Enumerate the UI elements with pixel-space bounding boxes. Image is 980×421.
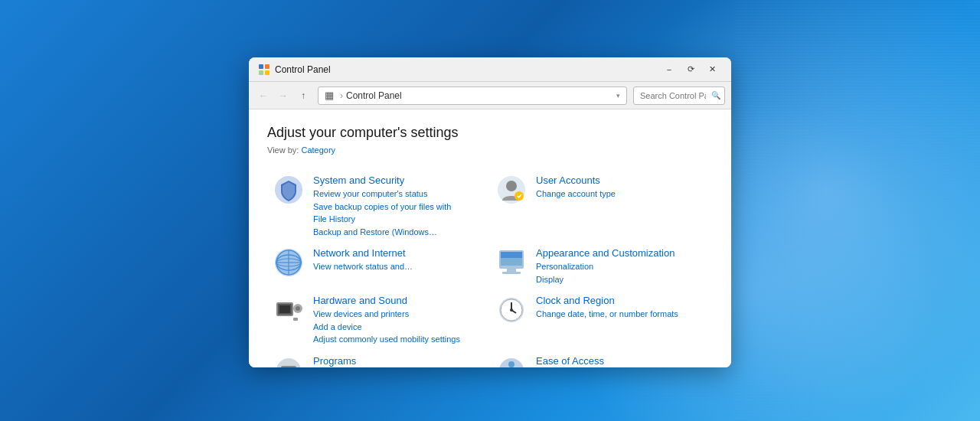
main-content: Adjust your computer's settings View by:… bbox=[249, 109, 731, 367]
category-network-internet[interactable]: Network and Internet View network status… bbox=[267, 243, 490, 290]
svg-point-30 bbox=[510, 308, 513, 312]
view-by-value[interactable]: Category bbox=[301, 145, 335, 155]
network-internet-link-1[interactable]: View network status and… bbox=[313, 260, 484, 273]
system-security-title[interactable]: System and Security bbox=[313, 175, 484, 186]
category-system-security[interactable]: System and Security Review your computer… bbox=[267, 170, 490, 243]
forward-button[interactable]: → bbox=[275, 87, 292, 104]
hardware-sound-link-1[interactable]: View devices and printers bbox=[313, 308, 484, 321]
svg-rect-33 bbox=[283, 367, 295, 368]
icon-user-accounts bbox=[496, 175, 527, 205]
address-location: Control Panel bbox=[346, 90, 402, 101]
user-accounts-text: User Accounts Change account type bbox=[536, 175, 707, 201]
window-title: Control Panel bbox=[275, 64, 659, 75]
category-ease-access[interactable]: Ease of Access Let Windows suggest setti… bbox=[490, 351, 713, 368]
window-controls: − ⟳ ✕ bbox=[659, 62, 722, 77]
address-sep: › bbox=[340, 90, 343, 101]
svg-rect-0 bbox=[259, 64, 263, 69]
icon-system-security bbox=[273, 175, 304, 205]
svg-rect-22 bbox=[279, 305, 290, 313]
appearance-title[interactable]: Appearance and Customization bbox=[536, 247, 707, 259]
control-panel-window: Control Panel − ⟳ ✕ ← → ↑ ▦ › Control Pa… bbox=[249, 57, 731, 367]
svg-point-24 bbox=[296, 306, 300, 311]
system-security-link-1[interactable]: Review your computer's status bbox=[313, 188, 484, 201]
system-security-text: System and Security Review your computer… bbox=[313, 175, 484, 238]
search-wrapper: 🔍 bbox=[633, 86, 725, 105]
page-heading: Adjust your computer's settings bbox=[267, 125, 713, 141]
icon-network-internet bbox=[273, 247, 304, 278]
network-internet-title[interactable]: Network and Internet bbox=[313, 247, 484, 259]
svg-rect-1 bbox=[265, 64, 270, 69]
icon-clock-region bbox=[496, 295, 527, 325]
svg-point-6 bbox=[506, 181, 517, 191]
appearance-link-2[interactable]: Display bbox=[536, 273, 707, 286]
scanlines-effect bbox=[735, 0, 980, 421]
search-input[interactable] bbox=[633, 86, 725, 105]
hardware-sound-link-3[interactable]: Adjust commonly used mobility settings bbox=[313, 333, 484, 346]
hardware-sound-text: Hardware and Sound View devices and prin… bbox=[313, 295, 484, 346]
icon-ease-access bbox=[496, 355, 527, 368]
address-dropdown[interactable]: ▾ bbox=[616, 92, 620, 100]
up-button[interactable]: ↑ bbox=[295, 87, 312, 104]
hardware-sound-title[interactable]: Hardware and Sound bbox=[313, 295, 484, 306]
svg-rect-3 bbox=[265, 70, 270, 75]
ease-access-title[interactable]: Ease of Access bbox=[536, 355, 707, 367]
address-bar[interactable]: ▦ › Control Panel ▾ bbox=[318, 86, 627, 105]
window-icon bbox=[258, 64, 270, 76]
programs-text: Programs Uninstall a program bbox=[313, 355, 484, 368]
ease-access-text: Ease of Access Let Windows suggest setti… bbox=[536, 355, 707, 368]
clock-region-link-1[interactable]: Change date, time, or number formats bbox=[536, 308, 707, 321]
system-security-link-3[interactable]: File History bbox=[313, 213, 484, 226]
svg-rect-19 bbox=[502, 272, 521, 274]
svg-rect-2 bbox=[259, 70, 263, 75]
close-button[interactable]: ✕ bbox=[702, 62, 722, 77]
view-by-label: View by: bbox=[267, 145, 299, 155]
appearance-text: Appearance and Customization Personaliza… bbox=[536, 247, 707, 286]
hardware-sound-link-2[interactable]: Add a device bbox=[313, 321, 484, 334]
icon-programs bbox=[273, 355, 304, 368]
title-bar: Control Panel − ⟳ ✕ bbox=[249, 57, 731, 82]
category-clock-region[interactable]: Clock and Region Change date, time, or n… bbox=[490, 290, 713, 351]
address-icon: ▦ bbox=[325, 90, 334, 101]
user-accounts-link-1[interactable]: Change account type bbox=[536, 188, 707, 201]
icon-hardware-sound bbox=[273, 295, 304, 325]
category-appearance[interactable]: Appearance and Customization Personaliza… bbox=[490, 243, 713, 290]
svg-point-37 bbox=[508, 361, 514, 367]
address-breadcrumb: ▦ › Control Panel bbox=[325, 90, 402, 101]
minimize-button[interactable]: − bbox=[659, 62, 679, 77]
appearance-link-1[interactable]: Personalization bbox=[536, 260, 707, 273]
icon-appearance bbox=[496, 247, 527, 278]
view-by: View by: Category bbox=[267, 145, 713, 155]
categories-grid: System and Security Review your computer… bbox=[267, 170, 713, 367]
system-security-link-4[interactable]: Backup and Restore (Windows… bbox=[313, 226, 484, 239]
programs-title[interactable]: Programs bbox=[313, 355, 484, 367]
category-user-accounts[interactable]: User Accounts Change account type bbox=[490, 170, 713, 243]
svg-rect-17 bbox=[501, 252, 522, 258]
svg-rect-25 bbox=[293, 318, 298, 321]
clock-region-text: Clock and Region Change date, time, or n… bbox=[536, 295, 707, 321]
clock-region-title[interactable]: Clock and Region bbox=[536, 295, 707, 306]
category-programs[interactable]: Programs Uninstall a program bbox=[267, 351, 490, 368]
user-accounts-title[interactable]: User Accounts bbox=[536, 175, 707, 186]
svg-rect-18 bbox=[507, 269, 516, 272]
system-security-link-2[interactable]: Save backup copies of your files with bbox=[313, 201, 484, 214]
svg-point-7 bbox=[514, 191, 524, 201]
network-internet-text: Network and Internet View network status… bbox=[313, 247, 484, 273]
navigation-bar: ← → ↑ ▦ › Control Panel ▾ 🔍 bbox=[249, 82, 731, 109]
back-button[interactable]: ← bbox=[255, 87, 272, 104]
category-hardware-sound[interactable]: Hardware and Sound View devices and prin… bbox=[267, 290, 490, 351]
restore-button[interactable]: ⟳ bbox=[681, 62, 701, 77]
